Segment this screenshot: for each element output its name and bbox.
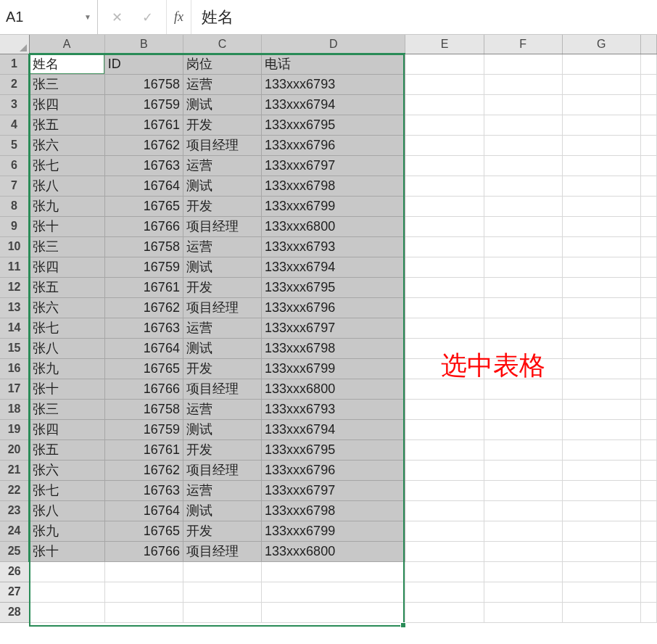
cell[interactable] bbox=[484, 521, 562, 541]
row-header-3[interactable]: 3 bbox=[0, 94, 29, 115]
cell[interactable] bbox=[405, 155, 484, 176]
cell[interactable] bbox=[405, 318, 484, 338]
cell[interactable] bbox=[640, 582, 656, 602]
cell[interactable] bbox=[262, 602, 405, 622]
cell[interactable]: 16765 bbox=[104, 358, 183, 379]
row-header-10[interactable]: 10 bbox=[0, 236, 29, 257]
cell[interactable] bbox=[562, 196, 640, 216]
row-header-16[interactable]: 16 bbox=[0, 358, 29, 379]
cell[interactable]: 项目经理 bbox=[183, 216, 261, 236]
cell[interactable] bbox=[562, 54, 640, 74]
cell[interactable] bbox=[640, 460, 656, 480]
cell[interactable]: 张十 bbox=[29, 541, 104, 561]
cell[interactable]: 16764 bbox=[104, 338, 183, 358]
cell[interactable]: 测试 bbox=[183, 419, 261, 439]
cell[interactable] bbox=[640, 115, 656, 135]
cell[interactable] bbox=[640, 480, 656, 500]
cell[interactable]: 项目经理 bbox=[183, 297, 261, 318]
cell[interactable]: 张四 bbox=[29, 257, 104, 277]
cell[interactable] bbox=[405, 257, 484, 277]
cell[interactable]: 项目经理 bbox=[183, 379, 261, 399]
fx-icon[interactable]: fx bbox=[167, 0, 191, 34]
row-header-28[interactable]: 28 bbox=[0, 602, 29, 622]
cell[interactable] bbox=[484, 54, 562, 74]
cell[interactable] bbox=[183, 561, 261, 582]
cell[interactable]: 项目经理 bbox=[183, 460, 261, 480]
cell[interactable] bbox=[405, 54, 484, 74]
row-header-2[interactable]: 2 bbox=[0, 74, 29, 94]
row-header-18[interactable]: 18 bbox=[0, 399, 29, 419]
cell[interactable] bbox=[405, 460, 484, 480]
row-header-8[interactable]: 8 bbox=[0, 196, 29, 216]
cell[interactable]: 133xxx6797 bbox=[262, 155, 405, 176]
cell[interactable] bbox=[484, 602, 562, 622]
cell[interactable] bbox=[562, 318, 640, 338]
column-header-E[interactable]: E bbox=[405, 35, 484, 54]
cell[interactable] bbox=[640, 541, 656, 561]
cell[interactable]: 岗位 bbox=[183, 54, 261, 74]
cell[interactable] bbox=[484, 582, 562, 602]
cell[interactable]: 16761 bbox=[104, 115, 183, 135]
cell[interactable] bbox=[484, 439, 562, 460]
cell[interactable]: 16758 bbox=[104, 74, 183, 94]
cell[interactable]: 133xxx6798 bbox=[262, 500, 405, 521]
cell[interactable] bbox=[484, 216, 562, 236]
cell[interactable]: 133xxx6795 bbox=[262, 439, 405, 460]
cell[interactable] bbox=[405, 602, 484, 622]
cell[interactable]: 16758 bbox=[104, 399, 183, 419]
cell[interactable]: 133xxx6797 bbox=[262, 318, 405, 338]
cell[interactable] bbox=[562, 460, 640, 480]
cell[interactable] bbox=[562, 277, 640, 297]
cell[interactable]: 133xxx6794 bbox=[262, 257, 405, 277]
cell[interactable] bbox=[562, 94, 640, 115]
cell[interactable] bbox=[262, 561, 405, 582]
row-header-24[interactable]: 24 bbox=[0, 521, 29, 541]
cell[interactable]: 16763 bbox=[104, 155, 183, 176]
cell[interactable] bbox=[562, 419, 640, 439]
cell[interactable]: 133xxx6797 bbox=[262, 480, 405, 500]
cell[interactable]: 开发 bbox=[183, 196, 261, 216]
column-header-C[interactable]: C bbox=[183, 35, 261, 54]
cell[interactable]: 张七 bbox=[29, 318, 104, 338]
cell[interactable] bbox=[640, 379, 656, 399]
cell[interactable] bbox=[484, 460, 562, 480]
row-header-15[interactable]: 15 bbox=[0, 338, 29, 358]
cell[interactable]: 16766 bbox=[104, 541, 183, 561]
cell[interactable]: 133xxx6794 bbox=[262, 419, 405, 439]
cell[interactable] bbox=[484, 500, 562, 521]
row-header-20[interactable]: 20 bbox=[0, 439, 29, 460]
cell[interactable] bbox=[405, 480, 484, 500]
cell[interactable]: 16765 bbox=[104, 196, 183, 216]
cell[interactable]: 16766 bbox=[104, 216, 183, 236]
cell[interactable]: 133xxx6799 bbox=[262, 196, 405, 216]
cell[interactable] bbox=[484, 94, 562, 115]
cell[interactable]: 16759 bbox=[104, 94, 183, 115]
cell[interactable]: 开发 bbox=[183, 277, 261, 297]
cell[interactable] bbox=[104, 602, 183, 622]
column-header-A[interactable]: A bbox=[29, 35, 104, 54]
cell[interactable] bbox=[104, 582, 183, 602]
row-header-13[interactable]: 13 bbox=[0, 297, 29, 318]
column-header-G[interactable]: G bbox=[562, 35, 640, 54]
cell[interactable] bbox=[405, 115, 484, 135]
cell[interactable] bbox=[562, 74, 640, 94]
cell[interactable]: 16762 bbox=[104, 460, 183, 480]
cell[interactable]: 16766 bbox=[104, 379, 183, 399]
cell[interactable] bbox=[562, 399, 640, 419]
row-header-27[interactable]: 27 bbox=[0, 582, 29, 602]
cell[interactable] bbox=[640, 74, 656, 94]
cell[interactable] bbox=[562, 500, 640, 521]
cell[interactable] bbox=[405, 236, 484, 257]
cell[interactable] bbox=[405, 216, 484, 236]
cell[interactable] bbox=[405, 74, 484, 94]
cell[interactable] bbox=[562, 216, 640, 236]
cell[interactable]: 133xxx6796 bbox=[262, 460, 405, 480]
cell[interactable]: 16764 bbox=[104, 500, 183, 521]
cell[interactable]: 16758 bbox=[104, 236, 183, 257]
cell[interactable]: 张九 bbox=[29, 196, 104, 216]
cell[interactable]: 133xxx6799 bbox=[262, 521, 405, 541]
cell[interactable] bbox=[484, 277, 562, 297]
cell[interactable]: 133xxx6800 bbox=[262, 541, 405, 561]
cell[interactable] bbox=[405, 521, 484, 541]
cell[interactable]: 张七 bbox=[29, 155, 104, 176]
